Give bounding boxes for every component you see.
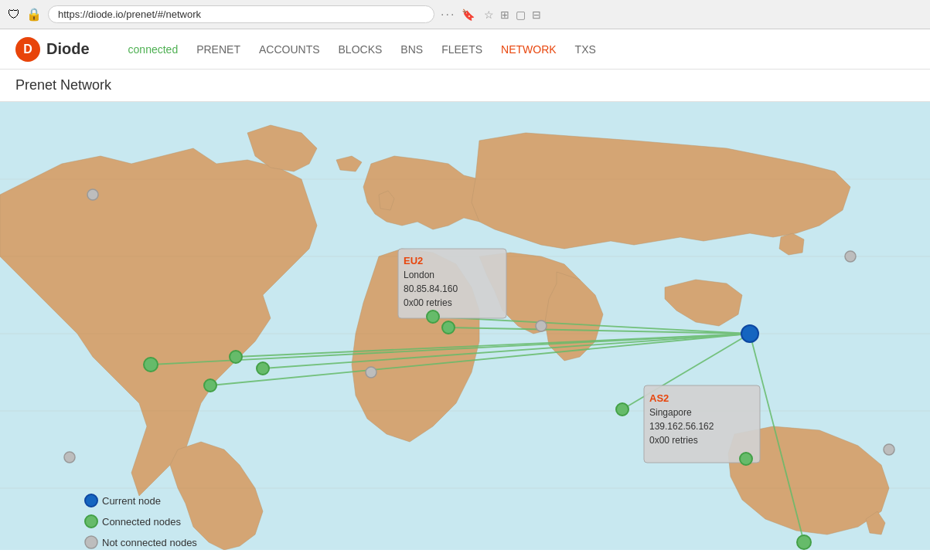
node-nc-5 (884, 444, 894, 455)
network-map: EU2 London 80.85.84.160 0x00 retries AS2… (0, 102, 930, 550)
browser-url-bar[interactable]: https://diode.io/prenet/#/network (48, 5, 434, 23)
page-title: Prenet Network (15, 77, 915, 93)
as2-popup[interactable]: AS2 Singapore 139.162.56.162 0x00 retrie… (644, 385, 760, 463)
browser-right-controls: ⊞ ▢ ⊟ (500, 8, 541, 21)
legend-not-connected-label: Not connected nodes (102, 537, 197, 548)
browser-tabs-icon[interactable]: ⊞ (500, 8, 509, 21)
svg-text:0x00 retries: 0x00 retries (404, 297, 452, 308)
browser-lock-icon: 🔒 (26, 7, 42, 22)
node-eu1[interactable] (427, 311, 439, 323)
nav-item-network[interactable]: NETWORK (501, 43, 557, 56)
node-misc1[interactable] (204, 379, 216, 392)
node-sg-small[interactable] (616, 403, 629, 416)
svg-text:139.162.56.162: 139.162.56.162 (649, 421, 714, 432)
legend-connected-label: Connected nodes (102, 516, 181, 528)
app-logo[interactable]: D Diode (15, 37, 90, 62)
world-map-svg: EU2 London 80.85.84.160 0x00 retries AS2… (0, 102, 930, 550)
logo-icon: D (15, 37, 40, 62)
browser-chrome: 🛡 🔒 https://diode.io/prenet/#/network ··… (0, 0, 930, 29)
node-nc-2 (366, 367, 376, 378)
svg-text:EU2: EU2 (404, 255, 423, 266)
node-nc-6 (64, 452, 75, 463)
node-nc-1 (87, 189, 98, 200)
main-nav: connected PRENET ACCOUNTS BLOCKS BNS FLE… (128, 43, 596, 56)
eu2-popup[interactable]: EU2 London 80.85.84.160 0x00 retries (398, 249, 506, 318)
nav-item-accounts[interactable]: ACCOUNTS (259, 43, 320, 56)
nav-item-prenet[interactable]: PRENET (196, 43, 240, 56)
node-current[interactable] (741, 325, 758, 342)
browser-menu-dots[interactable]: ··· (441, 8, 455, 22)
browser-bookmark-icons: 🔖 ☆ (462, 8, 494, 21)
browser-shield-icon: 🛡 (8, 8, 20, 22)
svg-text:London: London (404, 270, 434, 280)
svg-text:80.85.84.160: 80.85.84.160 (404, 283, 458, 294)
node-eu2[interactable] (442, 321, 455, 334)
nav-item-fleets[interactable]: FLEETS (441, 43, 482, 56)
nav-item-blocks[interactable]: BLOCKS (339, 43, 383, 56)
svg-text:AS2: AS2 (649, 392, 669, 404)
node-jp[interactable] (740, 453, 752, 465)
svg-text:0x00 retries: 0x00 retries (649, 435, 698, 446)
node-us-mid[interactable] (230, 351, 242, 363)
node-us-east[interactable] (257, 362, 269, 375)
node-us-west[interactable] (144, 358, 158, 372)
browser-star-icon[interactable]: ☆ (484, 8, 494, 21)
node-nc-3 (536, 321, 547, 331)
nav-item-bns[interactable]: BNS (400, 43, 423, 56)
browser-window-icon[interactable]: ▢ (516, 8, 526, 21)
page-title-bar: Prenet Network (0, 70, 930, 102)
app-header: D Diode connected PRENET ACCOUNTS BLOCKS… (0, 29, 930, 70)
legend-current-label: Current node (102, 495, 161, 507)
svg-point-27 (85, 536, 97, 548)
svg-point-25 (85, 494, 97, 507)
browser-extensions-icon[interactable]: ⊟ (532, 8, 541, 21)
node-au[interactable] (797, 535, 811, 549)
svg-text:Singapore: Singapore (649, 407, 692, 418)
node-nc-4 (845, 251, 856, 262)
nav-item-connected[interactable]: connected (128, 43, 179, 56)
svg-point-26 (85, 515, 97, 528)
nav-item-txs[interactable]: TXS (575, 43, 596, 56)
browser-bookmark-icon[interactable]: 🔖 (462, 8, 475, 21)
logo-name: Diode (46, 40, 90, 58)
